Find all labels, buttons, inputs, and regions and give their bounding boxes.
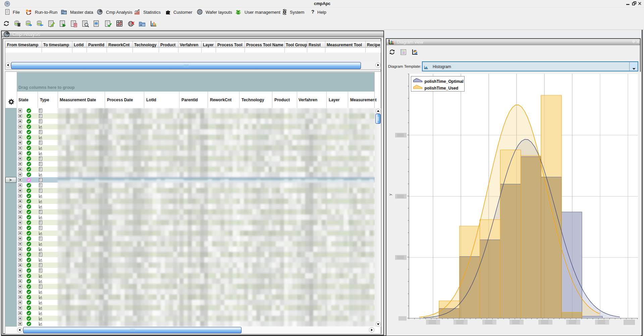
svg-text:polishTime_Optimal: polishTime_Optimal xyxy=(425,79,464,84)
svg-text:y: y xyxy=(388,193,392,195)
svg-text:polishTime_Used: polishTime_Used xyxy=(425,86,459,91)
